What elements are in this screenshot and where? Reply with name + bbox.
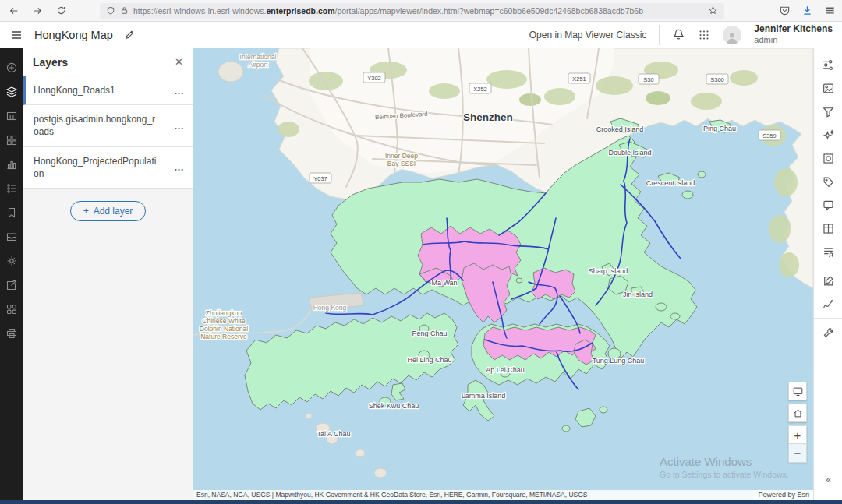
page-title: HongKong Map [34, 29, 113, 41]
styles-icon[interactable] [814, 76, 842, 100]
svg-text:International: International [240, 53, 277, 61]
effects-icon[interactable] [814, 123, 842, 146]
open-classic-link[interactable]: Open in Map Viewer Classic [529, 30, 647, 41]
avatar[interactable] [723, 26, 741, 44]
window-bottom-edge [0, 500, 842, 504]
layers-icon[interactable] [0, 79, 23, 104]
bookmarks-icon[interactable] [0, 200, 23, 224]
svg-text:Ap Lei Chau: Ap Lei Chau [486, 366, 525, 374]
add-layer-button[interactable]: + Add layer [70, 201, 147, 221]
app-menu-icon[interactable] [9, 28, 23, 42]
fields-icon[interactable] [814, 217, 842, 240]
map-properties-gear-icon[interactable] [0, 248, 23, 273]
layer-row-postgis-roads[interactable]: postgis.gisadmin.hongkong_roads … [23, 105, 193, 146]
url-text: https://esri-windows-in.esri-windows.ent… [133, 6, 703, 16]
tools-wrench-icon[interactable] [814, 321, 842, 344]
edit-icon[interactable] [814, 269, 842, 292]
share-icon[interactable] [0, 273, 23, 297]
layer-name: HongKong_Roads1 [34, 84, 158, 97]
contents-toolbar [0, 48, 23, 500]
attribution-text: Esri, NASA, NGA, USGS | Mapwithyou, HK G… [193, 490, 754, 500]
layer-name: HongKong_ProjectedPopulation [34, 155, 158, 180]
filter-icon[interactable] [814, 100, 842, 123]
zoom-out-button[interactable]: − [788, 444, 807, 463]
svg-text:Crooked Island: Crooked Island [596, 125, 644, 133]
svg-text:Ma Wan: Ma Wan [431, 279, 457, 287]
basemap-icon[interactable] [0, 128, 23, 152]
pocket-icon[interactable] [779, 5, 791, 16]
app-launcher-icon[interactable] [698, 29, 710, 41]
svg-text:Chinese White: Chinese White [202, 317, 246, 325]
notifications-bell-icon[interactable] [672, 28, 685, 41]
svg-text:X251: X251 [572, 76, 586, 83]
layers-panel-title: Layers [33, 56, 68, 69]
svg-text:S359: S359 [762, 132, 777, 139]
labels-icon[interactable] [814, 170, 842, 193]
svg-text:S360: S360 [710, 76, 724, 83]
svg-text:Nature Reserve: Nature Reserve [200, 333, 247, 340]
aggregation-icon[interactable] [814, 146, 842, 170]
charts-icon[interactable] [0, 152, 23, 176]
svg-text:Hong Kong: Hong Kong [313, 304, 347, 312]
layer-row-hongkong-roads1[interactable]: HongKong_Roads1 … [23, 76, 193, 105]
attribution-bar: Esri, NASA, NGA, USGS | Mapwithyou, HK G… [193, 490, 813, 500]
map-controls: + − [788, 382, 807, 463]
svg-text:S30: S30 [643, 76, 653, 83]
svg-text:Inner Deep: Inner Deep [385, 152, 418, 160]
forward-icon[interactable] [30, 3, 45, 19]
layer-options-icon[interactable]: … [174, 85, 185, 97]
add-circle-icon[interactable] [0, 55, 23, 79]
svg-text:Sharp Island: Sharp Island [589, 267, 628, 275]
toolbar-divider [814, 318, 842, 319]
layer-row-projected-population[interactable]: HongKong_ProjectedPopulation … [23, 147, 193, 189]
svg-text:Zhujiangkou: Zhujiangkou [206, 309, 242, 317]
properties-icon[interactable] [814, 53, 842, 76]
svg-text:Bay SSSI: Bay SSSI [387, 160, 416, 167]
close-icon[interactable]: ✕ [175, 56, 183, 68]
tracking-shield-icon [106, 6, 115, 16]
legend-icon[interactable] [0, 176, 23, 200]
svg-text:Double Island: Double Island [608, 149, 651, 157]
presentation-icon[interactable] [788, 382, 807, 400]
zoom-in-button[interactable]: + [788, 425, 807, 444]
plus-icon: + [83, 206, 89, 217]
lock-icon [120, 6, 129, 15]
forms-icon[interactable] [814, 240, 842, 263]
back-icon[interactable] [6, 3, 22, 19]
map-canvas[interactable]: Y302 X252 X251 S30 S360 S359 Y037 Intern… [193, 48, 813, 500]
svg-text:Lamma Island: Lamma Island [462, 392, 506, 400]
layer-options-icon[interactable]: … [174, 161, 185, 173]
save-icon[interactable] [0, 224, 23, 248]
edit-title-icon[interactable] [124, 30, 135, 41]
collapse-toolbar-button[interactable]: « [814, 471, 842, 488]
svg-text:Shek Kwu Chau: Shek Kwu Chau [369, 402, 419, 410]
svg-text:Y302: Y302 [367, 75, 381, 82]
layer-options-icon[interactable]: … [174, 120, 185, 132]
svg-text:Tai A Chau: Tai A Chau [317, 430, 350, 438]
layer-name: postgis.gisadmin.hongkong_roads [34, 113, 158, 138]
print-icon[interactable] [0, 321, 23, 345]
svg-text:Jin Island: Jin Island [623, 291, 653, 298]
pop-ups-icon[interactable] [814, 193, 842, 217]
svg-text:Hei Ling Chau: Hei Ling Chau [407, 356, 451, 364]
settings-toolbar: « [813, 48, 842, 500]
svg-text:Airport: Airport [248, 61, 268, 69]
user-role: admin [754, 35, 833, 45]
svg-text:X252: X252 [473, 86, 487, 93]
user-name: Jennifer Kitchens [754, 24, 833, 35]
powered-by-esri: Powered by Esri [754, 490, 813, 500]
reload-icon[interactable] [53, 3, 69, 19]
tables-icon[interactable] [0, 104, 23, 128]
download-icon[interactable] [801, 5, 813, 16]
svg-text:Peng Chau: Peng Chau [412, 330, 447, 337]
bookmark-star-icon[interactable] [708, 5, 718, 16]
apps-icon[interactable] [0, 297, 23, 321]
browser-menu-icon[interactable] [824, 5, 836, 16]
address-bar[interactable]: https://esri-windows-in.esri-windows.ent… [100, 3, 724, 19]
measure-icon[interactable] [814, 292, 842, 315]
map-svg: Y302 X252 X251 S30 S360 S359 Y037 Intern… [193, 48, 813, 500]
browser-toolbar: https://esri-windows-in.esri-windows.ent… [0, 0, 842, 22]
svg-text:Ping Chau: Ping Chau [703, 125, 736, 132]
home-icon[interactable] [788, 404, 807, 422]
layers-panel: Layers ✕ HongKong_Roads1 … postgis.gisad… [23, 48, 193, 500]
